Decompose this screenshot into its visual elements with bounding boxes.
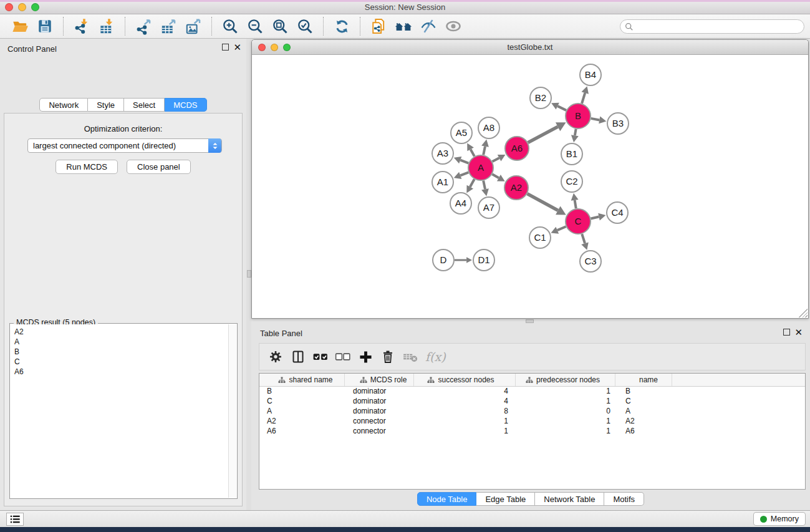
graph-node-A4[interactable]: A4 xyxy=(450,193,471,214)
table-row[interactable]: Cdominator41C xyxy=(259,397,805,407)
search-field[interactable] xyxy=(620,19,804,34)
zoom-fit-button[interactable] xyxy=(269,16,291,36)
table-cell[interactable]: 1 xyxy=(516,417,615,427)
export-table-button[interactable] xyxy=(158,16,179,36)
task-history-button[interactable] xyxy=(6,513,24,526)
new-network-from-file-button[interactable] xyxy=(368,16,389,36)
refresh-button[interactable] xyxy=(331,16,352,36)
tab-network-table[interactable]: Network Table xyxy=(535,492,604,506)
graph-node-C1[interactable]: C1 xyxy=(529,227,551,248)
close-panel-icon[interactable]: ✕ xyxy=(233,44,241,51)
table-settings-button[interactable] xyxy=(264,346,287,367)
column-header-name[interactable]: name xyxy=(615,374,672,386)
column-header-successor-nodes[interactable]: successor nodes xyxy=(414,374,516,386)
graph-edge[interactable] xyxy=(470,179,475,186)
table-cell[interactable]: dominator xyxy=(345,397,414,407)
graph-node-C2[interactable]: C2 xyxy=(561,171,582,192)
graph-node-C[interactable]: C xyxy=(566,209,591,234)
column-header-mcds-role[interactable]: MCDS role xyxy=(345,374,414,386)
graph-edge[interactable] xyxy=(591,217,599,219)
import-network-button[interactable] xyxy=(71,16,92,36)
hide-graphics-details-button[interactable] xyxy=(418,16,439,36)
tab-style[interactable]: Style xyxy=(88,98,124,112)
table-row[interactable]: A2connector11A2 xyxy=(259,417,805,427)
import-table-button[interactable] xyxy=(96,16,117,36)
network-window-titlebar[interactable]: testGlobe.txt xyxy=(252,40,808,55)
graph-edge[interactable] xyxy=(528,127,558,142)
delete-table-button[interactable] xyxy=(399,346,422,367)
graph-node-A3[interactable]: A3 xyxy=(432,143,453,164)
criterion-select[interactable]: largest connected component (directed) xyxy=(27,138,222,153)
graph-edge[interactable] xyxy=(471,149,475,156)
table-row[interactable]: Bdominator41B xyxy=(259,387,805,397)
result-item[interactable]: C xyxy=(14,357,228,367)
graph-edge[interactable] xyxy=(492,174,499,178)
network-graph[interactable]: B4B2BB3A8A5A6A3B1AC2A1A2A4A7C4CC1DD1C3 xyxy=(252,55,808,318)
tab-edge-table[interactable]: Edge Table xyxy=(476,492,535,506)
table-row[interactable]: A6connector11A6 xyxy=(259,427,805,437)
tab-node-table[interactable]: Node Table xyxy=(417,492,477,506)
graph-node-D1[interactable]: D1 xyxy=(473,249,494,271)
float-panel-icon[interactable] xyxy=(222,44,229,51)
graph-node-B1[interactable]: B1 xyxy=(561,143,582,165)
show-graphics-details-button[interactable] xyxy=(443,16,464,36)
tab-select[interactable]: Select xyxy=(124,98,165,112)
add-row-button[interactable] xyxy=(354,346,377,367)
delete-row-button[interactable] xyxy=(377,346,399,367)
table-cell[interactable]: connector xyxy=(345,417,414,427)
graph-node-B4[interactable]: B4 xyxy=(580,64,601,85)
graph-edge[interactable] xyxy=(460,172,468,175)
table-cell[interactable]: A2 xyxy=(259,417,345,427)
memory-button[interactable]: Memory xyxy=(753,512,806,526)
graph-node-A1[interactable]: A1 xyxy=(432,172,453,193)
export-network-button[interactable] xyxy=(133,16,154,36)
run-mcds-button[interactable]: Run MCDS xyxy=(55,160,118,174)
graph-edge[interactable] xyxy=(493,158,499,162)
table-cell[interactable]: C xyxy=(259,397,345,407)
graph-edge[interactable] xyxy=(582,93,585,104)
tab-network[interactable]: Network xyxy=(39,98,88,112)
column-header-shared-name[interactable]: shared name xyxy=(259,374,345,386)
graph-edge[interactable] xyxy=(575,129,576,135)
graph-edge[interactable] xyxy=(557,106,566,110)
graph-node-C3[interactable]: C3 xyxy=(580,251,601,272)
graph-edge[interactable] xyxy=(460,160,468,163)
table-cell[interactable]: 8 xyxy=(414,407,516,417)
table-cell[interactable]: C xyxy=(615,397,672,407)
show-columns-button[interactable] xyxy=(287,346,309,367)
table-cell[interactable]: 4 xyxy=(414,387,516,397)
float-table-panel-icon[interactable] xyxy=(783,329,790,336)
open-session-button[interactable] xyxy=(9,16,31,36)
graph-node-B3[interactable]: B3 xyxy=(607,113,629,134)
search-input[interactable] xyxy=(636,22,804,31)
table-cell[interactable]: 0 xyxy=(516,407,615,417)
result-item[interactable]: A2 xyxy=(14,327,228,337)
table-cell[interactable]: 4 xyxy=(414,397,516,407)
table-cell[interactable]: 1 xyxy=(414,417,516,427)
graph-edge[interactable] xyxy=(591,118,600,120)
column-header-predecessor-nodes[interactable]: predecessor nodes xyxy=(516,374,615,386)
graph-edge[interactable] xyxy=(557,226,566,230)
table-cell[interactable]: B xyxy=(615,387,672,397)
graph-edge[interactable] xyxy=(483,181,485,190)
graph-node-B2[interactable]: B2 xyxy=(530,87,551,109)
graph-node-C4[interactable]: C4 xyxy=(607,202,628,223)
save-session-button[interactable] xyxy=(34,16,55,36)
tab-mcds[interactable]: MCDS xyxy=(165,98,206,112)
zoom-out-button[interactable] xyxy=(244,16,266,36)
table-cell[interactable]: 1 xyxy=(414,427,516,437)
vertical-splitter-grip[interactable] xyxy=(247,270,251,278)
table-cell[interactable]: A6 xyxy=(615,427,672,437)
zoom-selected-button[interactable] xyxy=(294,16,316,36)
table-cell[interactable]: A2 xyxy=(615,417,672,427)
graph-edge[interactable] xyxy=(528,194,558,211)
table-cell[interactable]: dominator xyxy=(345,387,414,397)
result-scrollbar[interactable] xyxy=(228,324,236,498)
table-cell[interactable]: A xyxy=(259,407,345,417)
table-cell[interactable]: 1 xyxy=(516,387,615,397)
graph-node-A2[interactable]: A2 xyxy=(504,176,528,200)
table-cell[interactable]: dominator xyxy=(345,407,414,417)
window-resize-grip[interactable] xyxy=(799,309,808,317)
graph-node-B[interactable]: B xyxy=(566,104,591,128)
graph-node-D[interactable]: D xyxy=(433,249,454,271)
